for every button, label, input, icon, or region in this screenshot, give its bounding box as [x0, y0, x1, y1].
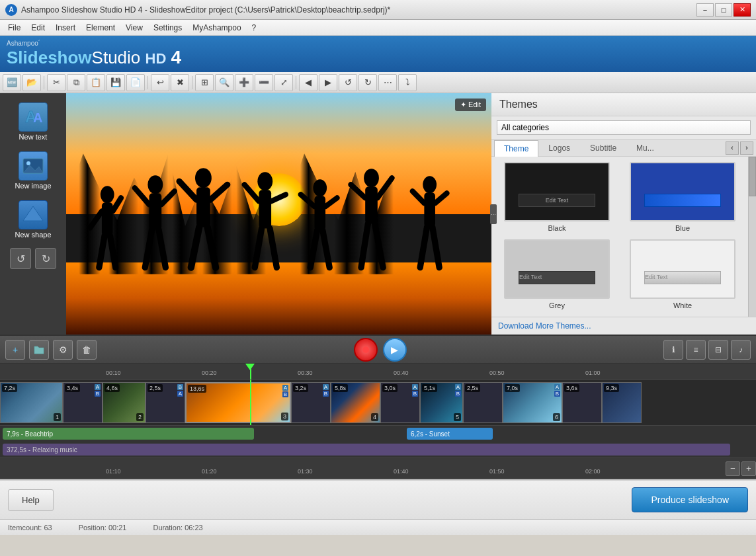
record-button[interactable]: [354, 338, 378, 362]
new-shape-button[interactable]: New shape: [7, 196, 60, 243]
theme-white[interactable]: Edit Text White: [622, 239, 743, 311]
clip-trans-2[interactable]: B A 2,5s: [146, 382, 185, 423]
svg-point-48: [362, 346, 369, 353]
tab-mu[interactable]: Mu...: [626, 139, 664, 156]
produce-button[interactable]: Produce slideshow: [632, 487, 748, 512]
new-image-button[interactable]: New image: [7, 147, 60, 194]
menu-file[interactable]: File: [3, 22, 26, 34]
menu-myashampoo[interactable]: MyAshampoo: [187, 22, 246, 34]
clip-trans-1[interactable]: A B 3,4s: [63, 382, 103, 423]
tb-saveas-btn[interactable]: 📄: [126, 74, 145, 91]
maximize-button[interactable]: □: [715, 3, 732, 17]
close-button[interactable]: ✕: [734, 3, 751, 17]
audio-button[interactable]: ♪: [731, 340, 751, 360]
clip-3[interactable]: 13,6s 3 A B: [185, 382, 291, 423]
help-button[interactable]: Help: [8, 489, 54, 511]
clip-6[interactable]: 7,0s 6 A B: [503, 382, 562, 423]
new-image-icon: [19, 151, 48, 180]
ruler2-mark-0110: 01:10: [106, 468, 121, 475]
menu-element[interactable]: Element: [81, 22, 120, 34]
timeline-delete-button[interactable]: 🗑: [77, 340, 97, 360]
rotate-left-button[interactable]: ↺: [10, 248, 31, 269]
tb-more1-btn[interactable]: ⋯: [378, 74, 397, 91]
menu-insert[interactable]: Insert: [50, 22, 81, 34]
track-sunset[interactable]: 6,2s - Sunset: [407, 428, 493, 440]
edit-button[interactable]: ✦ Edit: [455, 99, 486, 111]
themes-next-btn[interactable]: ›: [740, 141, 753, 155]
clip-7[interactable]: 9,3s: [602, 382, 642, 423]
svg-line-40: [361, 223, 368, 267]
svg-line-9: [113, 198, 121, 211]
clip-1[interactable]: 7,2s 1: [0, 382, 63, 423]
rotate-right-button[interactable]: ↻: [35, 248, 56, 269]
tb-cut-btn[interactable]: ✂: [47, 74, 65, 91]
clip-trans-2-dur: 2,5s: [147, 384, 163, 392]
tb-rotate-cw-btn[interactable]: ↻: [358, 74, 377, 91]
tb-zoomout-btn[interactable]: ➖: [255, 74, 273, 91]
theme-black-label: Black: [548, 224, 566, 232]
clip-trans-3[interactable]: A B 3,2s: [291, 382, 331, 423]
timeline-folder-button[interactable]: [29, 340, 49, 360]
menu-bar: File Edit Insert Element View Settings M…: [0, 20, 756, 36]
track-beachtrip[interactable]: 7,9s - Beachtrip: [3, 428, 254, 440]
clip-4[interactable]: 5,8s 4: [331, 382, 380, 423]
tb-save-btn[interactable]: 💾: [106, 74, 125, 91]
menu-view[interactable]: View: [120, 22, 148, 34]
clip-trans-5[interactable]: 2,5s: [463, 382, 503, 423]
svg-point-3: [26, 161, 30, 165]
tb-zoomin-btn[interactable]: ➕: [235, 74, 253, 91]
svg-point-36: [364, 169, 379, 187]
svg-line-47: [433, 227, 439, 267]
list-button[interactable]: ≡: [686, 340, 706, 360]
theme-blue[interactable]: Blue: [622, 162, 743, 234]
tab-theme[interactable]: Theme: [494, 140, 538, 157]
tb-prev-btn[interactable]: ◀: [299, 74, 317, 91]
svg-rect-13: [149, 193, 161, 229]
tab-subtitle[interactable]: Subtitle: [580, 139, 626, 156]
theme-black[interactable]: Edit Text Black: [497, 162, 617, 234]
clip-5-ab: A B: [455, 384, 461, 397]
tb-open-btn[interactable]: 📂: [22, 74, 41, 91]
tb-fit-btn[interactable]: ⤢: [274, 74, 293, 91]
tb-next-btn[interactable]: ▶: [319, 74, 337, 91]
ruler-mark-0100: 01:00: [585, 370, 601, 376]
download-themes-link[interactable]: Download More Themes...: [491, 317, 756, 335]
svg-rect-43: [424, 192, 435, 227]
themes-prev-btn[interactable]: ‹: [726, 141, 739, 155]
clip-5[interactable]: 5,1s 5 A B: [420, 382, 463, 423]
new-text-button[interactable]: A A New text: [7, 99, 60, 145]
grid-button[interactable]: ⊟: [708, 340, 728, 360]
play-button[interactable]: ▶: [383, 338, 407, 362]
tb-view1-btn[interactable]: ⊞: [195, 74, 214, 91]
tab-logos[interactable]: Logos: [538, 139, 580, 156]
zoom-out-button[interactable]: −: [726, 461, 740, 476]
minimize-button[interactable]: −: [696, 3, 714, 17]
tb-new-btn[interactable]: 🆕: [3, 74, 21, 91]
themes-scroll-thumb[interactable]: [749, 157, 756, 196]
tb-rotate-ccw-btn[interactable]: ↺: [339, 74, 357, 91]
zoom-in-button[interactable]: +: [741, 461, 756, 476]
categories-select[interactable]: All categories: [497, 120, 751, 135]
menu-settings[interactable]: Settings: [148, 22, 187, 34]
tb-copy-btn[interactable]: ⧉: [67, 74, 85, 91]
preview-side-button[interactable]: ···: [490, 204, 497, 224]
svg-rect-25: [259, 190, 271, 228]
tb-delete-btn[interactable]: ✖: [171, 74, 189, 91]
tb-view2-btn[interactable]: 🔍: [215, 74, 233, 91]
clip-2[interactable]: 4,6s 2: [103, 382, 146, 423]
info-button[interactable]: ℹ: [663, 340, 683, 360]
menu-help[interactable]: ?: [247, 22, 262, 34]
clip-trans-6[interactable]: 3,6s: [562, 382, 602, 423]
themes-scroll-track[interactable]: [749, 157, 756, 317]
clip-trans-4[interactable]: A B 3,0s: [380, 382, 420, 423]
theme-grey[interactable]: Edit Text Grey: [497, 239, 617, 311]
timeline-settings-button[interactable]: ⚙: [53, 340, 73, 360]
timeline-add-button[interactable]: +: [5, 340, 25, 360]
menu-edit[interactable]: Edit: [26, 22, 50, 34]
track-music[interactable]: 372,5s - Relaxing music: [3, 444, 730, 456]
tb-undo-btn[interactable]: ↩: [151, 74, 169, 91]
tb-more2-btn[interactable]: ⤵: [398, 74, 417, 91]
clip-7-duration: 9,3s: [604, 384, 619, 392]
tb-paste-btn[interactable]: 📋: [87, 74, 105, 91]
logo-slideshow: Slideshow: [7, 48, 92, 67]
